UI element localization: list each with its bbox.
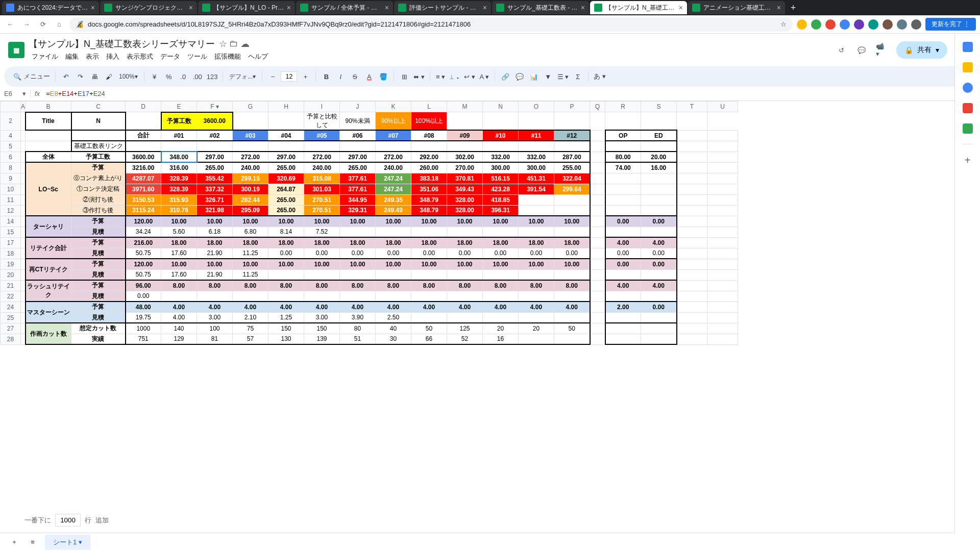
cell[interactable] <box>304 291 340 302</box>
new-tab-button[interactable]: + <box>786 1 800 15</box>
cell[interactable]: 20 <box>483 323 519 334</box>
more-formats-button[interactable]: 123 <box>206 70 219 83</box>
cell[interactable]: 396.31 <box>483 205 519 216</box>
cell[interactable]: 4.00 <box>340 302 376 312</box>
cell[interactable]: 66 <box>411 334 447 344</box>
cell[interactable]: 8.00 <box>304 280 340 291</box>
cell[interactable]: 再CTリテイク <box>26 259 71 280</box>
column-header[interactable]: S <box>641 102 677 112</box>
search-menu-button[interactable]: 🔍 メニュー <box>12 70 51 83</box>
cell[interactable] <box>707 334 738 344</box>
cell[interactable]: 120.00 <box>126 259 161 269</box>
cell[interactable]: 370.81 <box>447 173 483 184</box>
cell[interactable]: 18.00 <box>161 237 197 248</box>
cell[interactable]: 10.00 <box>161 259 197 269</box>
cell[interactable]: 作画カット数 <box>26 323 71 344</box>
cell[interactable] <box>677 237 707 248</box>
cell[interactable] <box>590 334 605 344</box>
finish-update-button[interactable]: 更新を完了 ⋮ <box>925 18 976 31</box>
cell[interactable]: 10.00 <box>340 259 376 269</box>
close-icon[interactable]: × <box>777 4 781 12</box>
ext-icon[interactable] <box>811 19 821 30</box>
cell[interactable]: 8.00 <box>554 280 590 291</box>
cell[interactable] <box>590 291 605 302</box>
cell[interactable]: 351.06 <box>411 184 447 194</box>
column-header[interactable]: N <box>483 102 519 112</box>
cell[interactable]: 50.75 <box>126 248 161 259</box>
cell[interactable]: 10.00 <box>376 216 411 227</box>
cell[interactable] <box>554 112 590 131</box>
cell[interactable]: #09 <box>447 130 483 141</box>
cell[interactable]: 240.00 <box>376 162 411 173</box>
cell[interactable]: 10.00 <box>483 259 519 269</box>
cell[interactable]: 80.00 <box>605 152 641 162</box>
share-button[interactable]: 🔒 共有 ▾ <box>896 41 947 59</box>
cell[interactable] <box>677 302 707 312</box>
cell[interactable]: #05 <box>304 130 340 141</box>
cell[interactable]: 297.00 <box>268 152 304 162</box>
cell[interactable] <box>707 194 738 205</box>
cell[interactable] <box>677 323 707 334</box>
cell[interactable] <box>161 141 197 152</box>
column-header[interactable]: A <box>21 102 26 112</box>
currency-button[interactable]: ¥ <box>149 70 161 83</box>
cell[interactable]: 52 <box>447 334 483 344</box>
bold-button[interactable]: B <box>320 70 332 83</box>
cell[interactable] <box>483 141 519 152</box>
redo-button[interactable]: ↷ <box>74 70 86 83</box>
strikethrough-button[interactable]: S <box>349 70 361 83</box>
cell[interactable]: 17.60 <box>161 269 197 280</box>
cell[interactable] <box>376 141 411 152</box>
profile-icon[interactable] <box>911 19 921 30</box>
browser-tab[interactable]: サンプル_基礎工数表 - Goog…× <box>492 1 589 14</box>
row-header[interactable]: 18 <box>1 248 21 259</box>
cell[interactable] <box>590 227 605 237</box>
column-header[interactable]: K <box>376 102 411 112</box>
cell[interactable]: 270.00 <box>447 162 483 173</box>
cell[interactable]: 3600.00 <box>126 152 161 162</box>
cell[interactable]: 10.00 <box>554 216 590 227</box>
browser-tab[interactable]: あにつく2024:データで創る…× <box>2 1 99 14</box>
row-header[interactable]: 24 <box>1 302 21 312</box>
cell[interactable] <box>411 312 447 323</box>
decrease-decimal-button[interactable]: .0 <box>177 70 189 83</box>
cell[interactable]: 全体 <box>26 152 71 162</box>
column-header[interactable]: H <box>268 102 304 112</box>
cell[interactable] <box>677 130 707 141</box>
meet-icon[interactable]: 📹 ▾ <box>876 44 888 56</box>
cell[interactable]: 見積 <box>71 227 126 237</box>
cell[interactable] <box>519 269 554 280</box>
cell[interactable] <box>677 291 707 302</box>
row-header[interactable]: 20 <box>1 269 21 280</box>
font-select[interactable]: デフォ... ▾ <box>227 70 258 83</box>
cell[interactable]: 4.00 <box>304 302 340 312</box>
close-icon[interactable]: × <box>483 4 487 12</box>
cell[interactable]: 418.85 <box>483 194 519 205</box>
cell[interactable]: 10.00 <box>483 216 519 227</box>
cell[interactable]: 予算 <box>71 302 126 312</box>
cell[interactable]: 2.00 <box>605 302 641 312</box>
cell[interactable] <box>21 259 26 269</box>
cell[interactable]: 265.00 <box>340 162 376 173</box>
home-button[interactable]: ⌂ <box>53 18 65 31</box>
cell[interactable] <box>677 173 707 184</box>
cell[interactable]: 8.00 <box>447 280 483 291</box>
cell[interactable]: 実績 <box>71 334 126 344</box>
filter-button[interactable]: ▼ <box>542 70 554 83</box>
cell[interactable] <box>707 130 738 141</box>
menu-view[interactable]: 表示 <box>83 51 102 62</box>
cell[interactable]: 3150.53 <box>126 194 161 205</box>
cell[interactable] <box>447 312 483 323</box>
cell[interactable]: 21.90 <box>197 248 233 259</box>
cell[interactable] <box>447 112 483 131</box>
cell[interactable]: 300.00 <box>483 162 519 173</box>
cell[interactable]: 0.00 <box>304 248 340 259</box>
comment-button[interactable]: 💬 <box>513 70 526 83</box>
cell[interactable]: 272.00 <box>304 152 340 162</box>
cell[interactable] <box>519 291 554 302</box>
cell[interactable]: 18.00 <box>483 237 519 248</box>
cell[interactable]: 316.00 <box>161 162 197 173</box>
menu-file[interactable]: ファイル <box>29 51 61 62</box>
cell[interactable] <box>677 259 707 269</box>
cell[interactable] <box>707 205 738 216</box>
